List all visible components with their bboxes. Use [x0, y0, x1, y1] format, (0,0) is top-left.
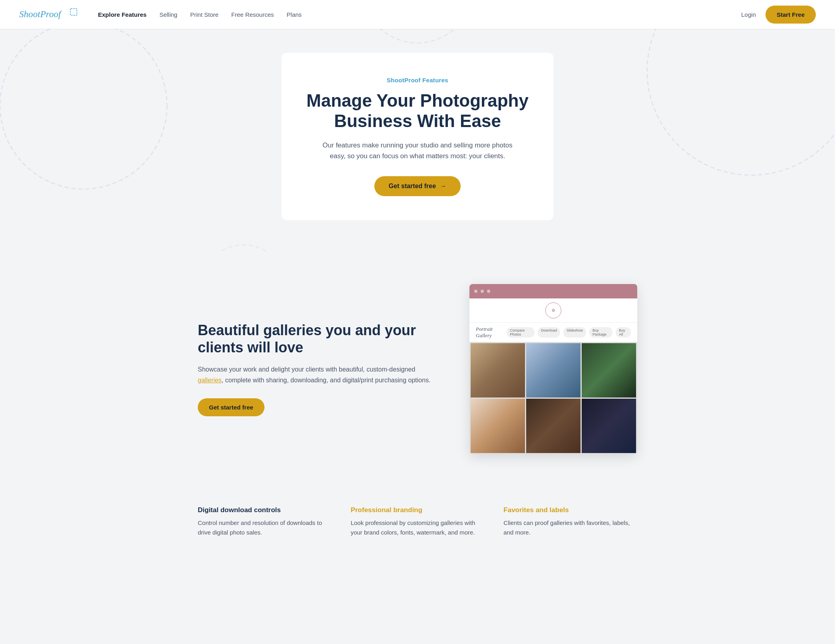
gallery-name: Portrait Gallery: [476, 326, 507, 339]
gallery-title-bar: Portrait Gallery Compare Photos Download…: [469, 323, 637, 342]
nav-explore-features[interactable]: Explore Features: [98, 11, 147, 18]
gallery-photo-grid: [469, 342, 637, 454]
logo[interactable]: ShootProof: [19, 6, 85, 23]
gallery-photo-6: [582, 399, 636, 453]
nav-links: Explore Features Selling Print Store Fre…: [98, 11, 741, 18]
svg-point-5: [202, 245, 285, 252]
galleries-description: Showcase your work and delight your clie…: [198, 364, 437, 386]
svg-rect-1: [70, 9, 77, 16]
hero-subtitle: Our features make running your studio an…: [318, 140, 517, 161]
gallery-mockup-container: ✿ Portrait Gallery Compare Photos Downlo…: [469, 284, 637, 454]
feature-digital-desc: Control number and resolution of downloa…: [198, 518, 332, 537]
hero-tag: ShootProof Features: [301, 77, 534, 83]
feature-favorites-title: Favorites and labels: [503, 506, 637, 514]
feature-branding: Professional branding Look professional …: [351, 506, 485, 537]
hero-cta-label: Get started free: [389, 183, 436, 190]
galleries-mockup: ✿ Portrait Gallery Compare Photos Downlo…: [469, 284, 637, 454]
galleries-desc-text1: Showcase your work and delight your clie…: [198, 366, 415, 373]
gallery-actions: Compare Photos Download Slideshow Buy Pa…: [507, 327, 631, 338]
feature-favorites: Favorites and labels Clients can proof g…: [503, 506, 637, 537]
nav-plans[interactable]: Plans: [287, 11, 302, 18]
hero-card: ShootProof Features Manage Your Photogra…: [282, 53, 553, 220]
browser-dot-1: [474, 290, 477, 293]
gallery-logo: ✿: [545, 302, 561, 318]
gallery-photo-1: [471, 343, 525, 398]
feature-digital-download: Digital download controls Control number…: [198, 506, 332, 537]
feature-branding-title: Professional branding: [351, 506, 485, 514]
feature-branding-desc: Look professional by customizing galleri…: [351, 518, 485, 537]
galleries-section: Beautiful galleries you and your clients…: [0, 252, 835, 506]
browser-dot-2: [481, 290, 484, 293]
bottom-features-grid: Digital download controls Control number…: [198, 506, 637, 537]
start-free-button[interactable]: Start Free: [765, 6, 816, 24]
gallery-action-download: Download: [538, 327, 560, 338]
bottom-features-section: Digital download controls Control number…: [0, 506, 835, 561]
gallery-browser-header: [469, 284, 637, 298]
svg-point-2: [0, 29, 167, 189]
galleries-text: Beautiful galleries you and your clients…: [198, 322, 437, 417]
gallery-action-buy-all: Buy All: [616, 327, 631, 338]
gallery-photo-3: [582, 343, 636, 398]
galleries-row: Beautiful galleries you and your clients…: [198, 284, 637, 454]
hero-cta-button[interactable]: Get started free →: [374, 176, 461, 196]
nav-free-resources[interactable]: Free Resources: [231, 11, 274, 18]
gallery-photo-5: [526, 399, 581, 453]
hero-title: Manage Your Photography Business With Ea…: [301, 91, 534, 131]
gallery-photo-4: [471, 399, 525, 453]
hero-section: ShootProof Features Manage Your Photogra…: [0, 29, 835, 252]
navbar: ShootProof Explore Features Selling Prin…: [0, 0, 835, 29]
browser-dot-3: [487, 290, 490, 293]
gallery-nav-bar: ✿: [469, 298, 637, 323]
nav-right: Login Start Free: [741, 6, 816, 24]
svg-point-3: [647, 29, 835, 175]
nav-print-store[interactable]: Print Store: [190, 11, 219, 18]
feature-digital-title: Digital download controls: [198, 506, 332, 514]
gallery-action-buy-package: Buy Package: [589, 327, 612, 338]
svg-point-4: [362, 29, 473, 43]
feature-favorites-desc: Clients can proof galleries with favorit…: [503, 518, 637, 537]
gallery-photo-2: [526, 343, 581, 398]
galleries-desc-text2: , complete with sharing, downloading, an…: [222, 377, 431, 384]
hero-cta-arrow: →: [440, 183, 446, 190]
galleries-cta-button[interactable]: Get started free: [198, 398, 264, 416]
galleries-link[interactable]: galleries: [198, 377, 222, 384]
galleries-title: Beautiful galleries you and your clients…: [198, 322, 437, 356]
login-link[interactable]: Login: [741, 11, 756, 18]
gallery-action-slideshow: Slideshow: [563, 327, 586, 338]
nav-selling[interactable]: Selling: [159, 11, 177, 18]
svg-text:ShootProof: ShootProof: [19, 9, 62, 19]
gallery-action-compare: Compare Photos: [507, 327, 535, 338]
